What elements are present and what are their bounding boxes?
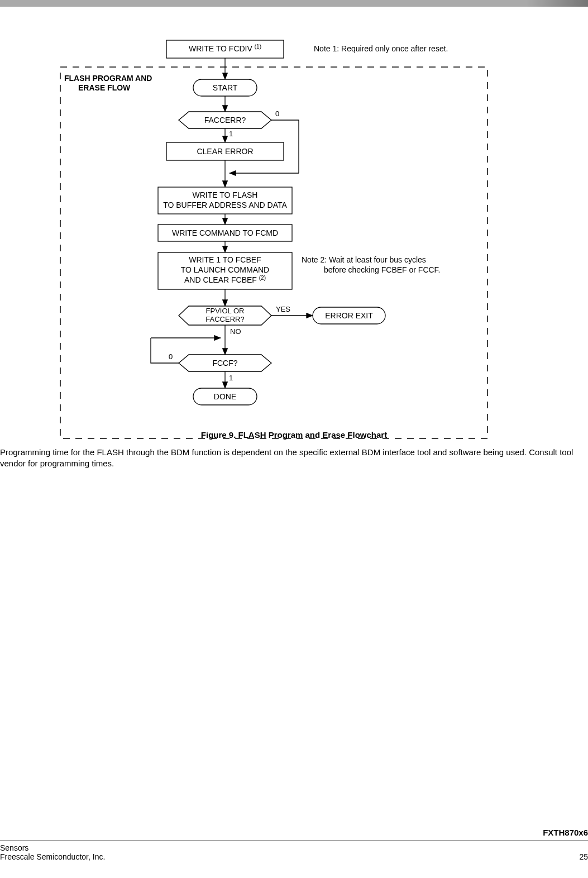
page-footer: FXTH870x6 Sensors Freescale Semiconducto… xyxy=(0,828,588,861)
error-exit-label: ERROR EXIT xyxy=(325,311,373,320)
note-1: Note 1: Required only once after reset. xyxy=(314,44,448,53)
note-2a: Note 2: Wait at least four bus cycles xyxy=(302,255,426,264)
footer-product: FXTH870x6 xyxy=(0,828,588,841)
write-flash-1: WRITE TO FLASH xyxy=(193,190,258,199)
launch-1: WRITE 1 TO FCBEF xyxy=(189,255,261,264)
launch-3a: AND CLEAR FCBEF xyxy=(184,275,257,284)
launch-3sup: (2) xyxy=(259,275,266,281)
footer-left-top: Sensors xyxy=(0,843,105,852)
fccf-zero: 0 xyxy=(169,352,173,361)
footer-left-bottom: Freescale Semiconductor, Inc. xyxy=(0,852,105,861)
section-label-1: FLASH PROGRAM AND xyxy=(64,74,152,83)
section-label-2: ERASE FLOW xyxy=(78,83,131,92)
page-number: 25 xyxy=(579,852,588,861)
fpviol-yes: YES xyxy=(276,305,290,313)
fccf-label: FCCF? xyxy=(212,359,237,368)
faccerr-label: FACCERR? xyxy=(204,116,246,125)
header-bar xyxy=(0,0,588,7)
faccerr-zero: 0 xyxy=(275,109,279,118)
fpviol-1: FPVIOL OR xyxy=(206,307,245,315)
launch-2: TO LAUNCH COMMAND xyxy=(181,265,269,274)
fccf-one: 1 xyxy=(229,374,233,382)
done-label: DONE xyxy=(214,392,236,401)
write-fcdiv-text: WRITE TO FCDIV xyxy=(189,44,252,53)
flowchart-figure: FLASH PROGRAM AND ERASE FLOW WRITE TO FC… xyxy=(0,34,588,447)
write-fcdiv-sup: (1) xyxy=(255,44,261,50)
fpviol-no: NO xyxy=(230,327,241,336)
body-paragraph: Programming time for the FLASH through t… xyxy=(0,447,588,470)
write-flash-2: TO BUFFER ADDRESS AND DATA xyxy=(163,201,287,209)
start-label: START xyxy=(213,83,238,92)
note-2b: before checking FCBEF or FCCF. xyxy=(324,265,441,274)
faccerr-one: 1 xyxy=(229,130,233,138)
clear-error-label: CLEAR ERROR xyxy=(197,147,253,156)
write-cmd-label: WRITE COMMAND TO FCMD xyxy=(172,228,278,237)
figure-caption: Figure 9. FLASH Program and Erase Flowch… xyxy=(0,430,588,440)
svg-text:WRITE TO FCDIV
    (1): WRITE TO FCDIV (1) xyxy=(189,44,261,53)
svg-text:AND CLEAR FCBEF
    (2): AND CLEAR FCBEF (2) xyxy=(184,275,266,284)
fpviol-2: FACCERR? xyxy=(205,315,244,323)
